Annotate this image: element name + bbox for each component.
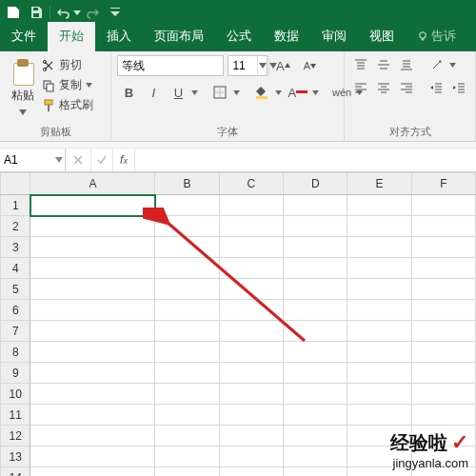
name-box-input[interactable] xyxy=(0,153,53,167)
font-color-button[interactable]: A xyxy=(285,82,310,103)
cell[interactable] xyxy=(155,195,219,216)
chevron-down-icon[interactable] xyxy=(231,90,241,95)
cut-button[interactable]: 剪切 xyxy=(42,57,93,73)
row-header[interactable]: 1 xyxy=(1,195,30,216)
borders-button[interactable] xyxy=(208,82,231,103)
cell[interactable] xyxy=(347,363,411,384)
enter-icon[interactable] xyxy=(91,149,113,171)
decrease-indent-button[interactable] xyxy=(426,78,446,97)
cell[interactable] xyxy=(219,467,283,477)
row-header[interactable]: 2 xyxy=(1,216,30,237)
formula-input[interactable] xyxy=(135,149,476,171)
cell[interactable] xyxy=(219,405,283,426)
row-header[interactable]: 9 xyxy=(1,363,30,384)
cell[interactable] xyxy=(219,237,283,258)
row-header[interactable]: 5 xyxy=(1,279,30,300)
cell[interactable] xyxy=(411,405,475,426)
cell[interactable] xyxy=(284,446,347,467)
cell[interactable] xyxy=(155,426,219,446)
cell[interactable] xyxy=(155,405,219,426)
cell[interactable] xyxy=(284,405,347,426)
cell[interactable] xyxy=(30,300,155,321)
redo-icon[interactable] xyxy=(83,3,102,22)
row-header[interactable]: 7 xyxy=(1,321,30,342)
orientation-button[interactable] xyxy=(426,55,447,74)
align-right-button[interactable] xyxy=(396,78,417,97)
cell[interactable] xyxy=(155,237,219,258)
cell[interactable] xyxy=(219,384,283,405)
cell[interactable] xyxy=(347,321,411,342)
cell[interactable] xyxy=(30,216,155,237)
cell[interactable] xyxy=(219,195,283,216)
paste-dropdown-icon[interactable] xyxy=(19,105,27,118)
cell[interactable] xyxy=(155,300,219,321)
cell[interactable] xyxy=(347,279,411,300)
cell[interactable] xyxy=(219,321,283,342)
increase-font-size-button[interactable]: A xyxy=(271,55,294,76)
name-box[interactable] xyxy=(0,149,66,171)
align-bottom-button[interactable] xyxy=(396,55,417,74)
row-header[interactable]: 8 xyxy=(1,342,30,363)
row-header[interactable]: 12 xyxy=(1,426,30,446)
cell[interactable] xyxy=(284,237,347,258)
column-header[interactable]: D xyxy=(284,173,347,195)
cell[interactable] xyxy=(284,279,347,300)
increase-indent-button[interactable] xyxy=(448,78,469,97)
tab-review[interactable]: 审阅 xyxy=(310,22,358,51)
cell[interactable] xyxy=(411,237,475,258)
cell[interactable] xyxy=(284,363,347,384)
cell[interactable] xyxy=(30,405,155,426)
cell[interactable] xyxy=(411,216,475,237)
font-name-combo[interactable] xyxy=(117,55,224,76)
customize-qat-icon[interactable] xyxy=(106,3,125,22)
cell[interactable] xyxy=(284,195,347,216)
column-header[interactable]: B xyxy=(155,173,219,195)
tab-home[interactable]: 开始 xyxy=(48,22,95,51)
tab-page-layout[interactable]: 页面布局 xyxy=(143,22,215,51)
cell[interactable] xyxy=(284,216,347,237)
fill-color-button[interactable] xyxy=(250,82,273,103)
column-header[interactable]: A xyxy=(30,173,155,195)
align-left-button[interactable] xyxy=(350,78,371,97)
row-header[interactable]: 11 xyxy=(1,405,30,426)
tab-data[interactable]: 数据 xyxy=(263,22,310,51)
cell[interactable] xyxy=(411,363,475,384)
cell[interactable] xyxy=(219,258,283,279)
tab-insert[interactable]: 插入 xyxy=(95,22,143,51)
cell[interactable] xyxy=(284,300,347,321)
cell[interactable] xyxy=(219,446,283,467)
cell[interactable] xyxy=(347,342,411,363)
cell[interactable] xyxy=(284,426,347,446)
font-size-combo[interactable] xyxy=(228,55,268,76)
cell[interactable] xyxy=(284,467,347,477)
row-header[interactable]: 6 xyxy=(1,300,30,321)
undo-icon[interactable] xyxy=(54,3,73,22)
cell[interactable] xyxy=(411,342,475,363)
tab-formulas[interactable]: 公式 xyxy=(215,22,263,51)
cancel-icon[interactable] xyxy=(66,149,91,171)
cell[interactable] xyxy=(155,446,219,467)
italic-button[interactable]: I xyxy=(142,82,165,103)
row-header[interactable]: 10 xyxy=(1,384,30,405)
cell[interactable] xyxy=(411,258,475,279)
cell[interactable] xyxy=(30,384,155,405)
chevron-down-icon[interactable] xyxy=(273,90,283,95)
cell[interactable] xyxy=(155,321,219,342)
cell[interactable] xyxy=(284,342,347,363)
chevron-down-icon[interactable] xyxy=(310,90,320,95)
row-header[interactable]: 3 xyxy=(1,237,30,258)
cell[interactable] xyxy=(155,467,219,477)
cell[interactable] xyxy=(284,258,347,279)
cell[interactable] xyxy=(155,279,219,300)
cell[interactable] xyxy=(411,384,475,405)
tell-me[interactable]: 告诉 xyxy=(406,22,467,51)
chevron-down-icon[interactable] xyxy=(449,55,456,74)
row-header[interactable]: 13 xyxy=(1,446,30,467)
cell[interactable] xyxy=(30,467,155,477)
column-header[interactable]: E xyxy=(347,173,411,195)
undo-dropdown-icon[interactable] xyxy=(73,6,83,19)
decrease-font-size-button[interactable]: A xyxy=(298,55,321,76)
cell[interactable] xyxy=(219,426,283,446)
cell[interactable] xyxy=(155,384,219,405)
cell[interactable] xyxy=(30,426,155,446)
